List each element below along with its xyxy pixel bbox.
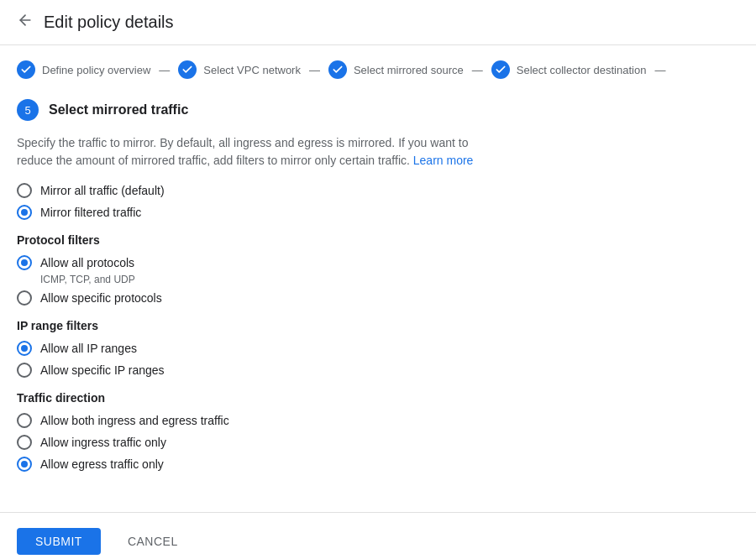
all-protocols-dot bbox=[21, 259, 28, 266]
egress-only-dot bbox=[21, 461, 28, 468]
ingress-only-option[interactable]: Allow ingress traffic only bbox=[17, 435, 739, 450]
mirror-filtered-option[interactable]: Mirror filtered traffic bbox=[17, 205, 739, 220]
both-traffic-radio[interactable] bbox=[17, 413, 32, 428]
mirror-filtered-radio[interactable] bbox=[17, 205, 32, 220]
step-dash-2: — bbox=[309, 64, 320, 76]
step-1-check bbox=[17, 60, 35, 79]
ip-range-filters-section: IP range filters Allow all IP ranges All… bbox=[17, 319, 739, 378]
submit-button[interactable]: SUBMIT bbox=[17, 528, 101, 555]
description-main: Specify the traffic to mirror. By defaul… bbox=[17, 136, 468, 167]
description-text: Specify the traffic to mirror. By defaul… bbox=[17, 134, 487, 170]
all-ip-radio[interactable] bbox=[17, 341, 32, 356]
all-ip-option[interactable]: Allow all IP ranges bbox=[17, 341, 739, 356]
cancel-button[interactable]: CANCEL bbox=[114, 528, 192, 555]
protocol-filters-heading: Protocol filters bbox=[17, 233, 739, 247]
step-2-label: Select VPC network bbox=[203, 64, 301, 76]
learn-more-link[interactable]: Learn more bbox=[413, 154, 474, 167]
specific-protocols-option[interactable]: Allow specific protocols bbox=[17, 290, 739, 306]
step-4-check bbox=[491, 60, 510, 79]
specific-ip-radio[interactable] bbox=[17, 363, 32, 378]
ip-range-filters-heading: IP range filters bbox=[17, 319, 739, 332]
current-step: 5 Select mirrored traffic bbox=[0, 91, 756, 128]
step-dash-3: — bbox=[472, 64, 483, 76]
ingress-only-label: Allow ingress traffic only bbox=[40, 436, 166, 449]
protocol-filters-section: Protocol filters Allow all protocols ICM… bbox=[17, 233, 739, 306]
all-ip-dot bbox=[21, 345, 28, 352]
step-3-check bbox=[328, 60, 347, 79]
egress-only-label: Allow egress traffic only bbox=[40, 457, 164, 471]
mirror-all-label: Mirror all traffic (default) bbox=[40, 184, 165, 197]
current-step-label: Select mirrored traffic bbox=[49, 102, 188, 118]
protocol-filters-group: Allow all protocols ICMP, TCP, and UDP A… bbox=[17, 255, 739, 306]
protocols-sub-label: ICMP, TCP, and UDP bbox=[40, 274, 739, 285]
main-content: Specify the traffic to mirror. By defaul… bbox=[0, 128, 756, 495]
step-dash-1: — bbox=[159, 64, 170, 76]
step-3-label: Select mirrored source bbox=[354, 64, 464, 76]
all-protocols-label: Allow all protocols bbox=[40, 256, 134, 269]
specific-ip-option[interactable]: Allow specific IP ranges bbox=[17, 363, 739, 378]
both-traffic-option[interactable]: Allow both ingress and egress traffic bbox=[17, 413, 739, 428]
specific-protocols-label: Allow specific protocols bbox=[40, 291, 162, 305]
all-ip-label: Allow all IP ranges bbox=[40, 342, 137, 355]
step-2: Select VPC network bbox=[178, 60, 301, 79]
ingress-only-radio[interactable] bbox=[17, 435, 32, 450]
all-protocols-radio[interactable] bbox=[17, 255, 32, 270]
mirror-filtered-dot bbox=[21, 209, 28, 216]
step-2-check bbox=[178, 60, 197, 79]
page-title: Edit policy details bbox=[44, 13, 174, 32]
step-1-label: Define policy overview bbox=[42, 64, 150, 76]
step-4: Select collector destination bbox=[491, 60, 647, 79]
specific-ip-label: Allow specific IP ranges bbox=[40, 363, 165, 377]
egress-only-option[interactable]: Allow egress traffic only bbox=[17, 457, 739, 472]
step-1: Define policy overview bbox=[17, 60, 150, 79]
step-4-label: Select collector destination bbox=[517, 64, 647, 76]
mirror-all-option[interactable]: Mirror all traffic (default) bbox=[17, 183, 739, 198]
form-footer: SUBMIT CANCEL bbox=[0, 512, 756, 559]
step-dash-4: — bbox=[654, 64, 665, 76]
back-button[interactable] bbox=[17, 12, 34, 33]
all-protocols-option[interactable]: Allow all protocols bbox=[17, 255, 739, 270]
step-3: Select mirrored source bbox=[328, 60, 464, 79]
both-traffic-label: Allow both ingress and egress traffic bbox=[40, 414, 229, 427]
specific-protocols-radio[interactable] bbox=[17, 290, 32, 306]
mirror-all-radio[interactable] bbox=[17, 183, 32, 198]
page-header: Edit policy details bbox=[0, 0, 756, 45]
traffic-direction-heading: Traffic direction bbox=[17, 391, 739, 405]
ip-range-filters-group: Allow all IP ranges Allow specific IP ra… bbox=[17, 341, 739, 378]
mirror-filtered-label: Mirror filtered traffic bbox=[40, 206, 141, 219]
current-step-number: 5 bbox=[17, 99, 39, 121]
egress-only-radio[interactable] bbox=[17, 457, 32, 472]
traffic-type-group: Mirror all traffic (default) Mirror filt… bbox=[17, 183, 739, 220]
stepper: Define policy overview — Select VPC netw… bbox=[0, 45, 756, 91]
traffic-direction-section: Traffic direction Allow both ingress and… bbox=[17, 391, 739, 472]
traffic-direction-group: Allow both ingress and egress traffic Al… bbox=[17, 413, 739, 472]
